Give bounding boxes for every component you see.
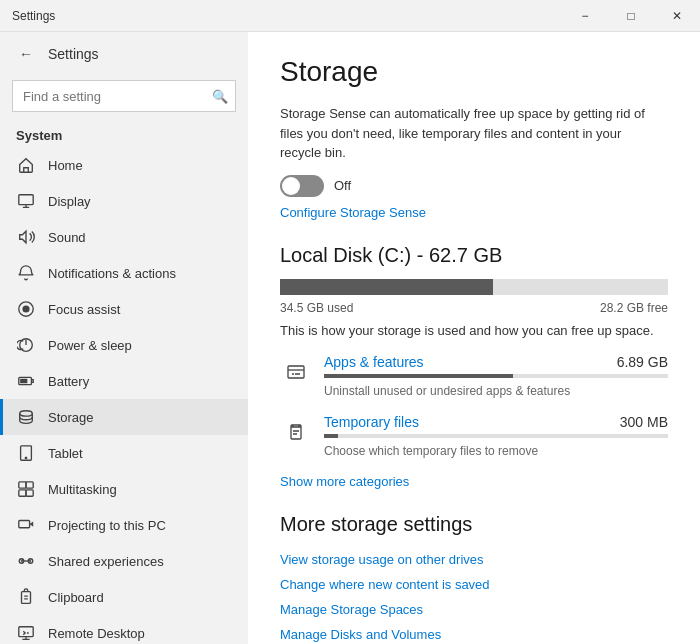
view-storage-link[interactable]: View storage usage on other drives [280,548,668,571]
sidebar-item-power-label: Power & sleep [48,338,132,353]
titlebar: Settings − □ ✕ [0,0,700,32]
focus-icon [16,299,36,319]
sidebar-item-clipboard-label: Clipboard [48,590,104,605]
sidebar-item-tablet-label: Tablet [48,446,83,461]
svg-rect-11 [19,521,30,528]
sidebar-item-sound-label: Sound [48,230,86,245]
sidebar-section-header: System [0,120,248,147]
display-icon [16,191,36,211]
minimize-button[interactable]: − [562,0,608,32]
svg-rect-15 [19,627,33,637]
disk-section-title: Local Disk (C:) - 62.7 GB [280,244,668,267]
manage-disks-link[interactable]: Manage Disks and Volumes [280,623,668,645]
search-input[interactable] [12,80,236,112]
svg-point-6 [25,457,26,458]
storage-sense-toggle-row: Off [280,175,668,197]
svg-rect-10 [26,490,33,496]
sidebar-item-shared[interactable]: Shared experiences [0,543,248,579]
home-icon [16,155,36,175]
close-button[interactable]: ✕ [654,0,700,32]
apps-bar-fill [324,374,513,378]
sidebar-item-sound[interactable]: Sound [0,219,248,255]
projecting-icon [16,515,36,535]
storage-icon [16,407,36,427]
main-content: ← Settings 🔍 System Home [0,32,700,644]
apps-category-title[interactable]: Apps & features [324,354,424,370]
sidebar-item-battery[interactable]: Battery [0,363,248,399]
titlebar-title: Settings [12,9,55,23]
sidebar-nav-top: ← Settings [0,32,248,76]
apps-category-sub: Uninstall unused or undesired apps & fea… [324,384,570,398]
multitasking-icon [16,479,36,499]
change-content-link[interactable]: Change where new content is saved [280,573,668,596]
sidebar-item-focus-label: Focus assist [48,302,120,317]
temp-category-details: Temporary files 300 MB Choose which temp… [324,414,668,458]
search-icon: 🔍 [212,89,228,104]
temp-category-icon [280,416,312,448]
category-apps: Apps & features 6.89 GB Uninstall unused… [280,354,668,398]
apps-category-details: Apps & features 6.89 GB Uninstall unused… [324,354,668,398]
sidebar-item-remote[interactable]: Remote Desktop [0,615,248,644]
temp-title-row: Temporary files 300 MB [324,414,668,430]
sidebar-item-storage-label: Storage [48,410,94,425]
maximize-button[interactable]: □ [608,0,654,32]
show-more-link[interactable]: Show more categories [280,474,668,489]
sidebar-item-multitasking[interactable]: Multitasking [0,471,248,507]
storage-sense-toggle[interactable] [280,175,324,197]
temp-category-sub: Choose which temporary files to remove [324,444,538,458]
category-temp: Temporary files 300 MB Choose which temp… [280,414,668,458]
svg-rect-14 [22,592,31,604]
manage-storage-spaces-link[interactable]: Manage Storage Spaces [280,598,668,621]
sidebar-item-clipboard[interactable]: Clipboard [0,579,248,615]
disk-bar-labels: 34.5 GB used 28.2 GB free [280,301,668,315]
sound-icon [16,227,36,247]
apps-category-size: 6.89 GB [617,354,668,370]
content-area: Storage Storage Sense can automatically … [248,32,700,644]
sidebar-item-shared-label: Shared experiences [48,554,164,569]
sidebar-app-title: Settings [48,46,99,62]
temp-bar [324,434,668,438]
toggle-off-label: Off [334,178,351,193]
sidebar-item-home[interactable]: Home [0,147,248,183]
svg-point-4 [20,411,33,416]
svg-rect-8 [26,482,33,488]
temp-bar-fill [324,434,338,438]
sidebar-item-projecting-label: Projecting to this PC [48,518,166,533]
configure-storage-sense-link[interactable]: Configure Storage Sense [280,205,668,220]
temp-category-title[interactable]: Temporary files [324,414,419,430]
shared-icon [16,551,36,571]
svg-rect-7 [19,482,26,488]
sidebar-item-projecting[interactable]: Projecting to this PC [0,507,248,543]
clipboard-icon [16,587,36,607]
sidebar: ← Settings 🔍 System Home [0,32,248,644]
sidebar-search-container: 🔍 [12,80,236,112]
sidebar-item-display-label: Display [48,194,91,209]
sidebar-item-home-label: Home [48,158,83,173]
sidebar-item-notifications-label: Notifications & actions [48,266,176,281]
sidebar-item-notifications[interactable]: Notifications & actions [0,255,248,291]
sidebar-item-remote-label: Remote Desktop [48,626,145,641]
notifications-icon [16,263,36,283]
sidebar-item-battery-label: Battery [48,374,89,389]
disk-bar-used [280,279,493,295]
sidebar-item-tablet[interactable]: Tablet [0,435,248,471]
battery-icon [16,371,36,391]
svg-rect-9 [19,490,26,496]
apps-bar [324,374,668,378]
sidebar-item-power[interactable]: Power & sleep [0,327,248,363]
disk-bar-container [280,279,668,295]
storage-sense-description: Storage Sense can automatically free up … [280,104,660,163]
remote-icon [16,623,36,643]
apps-title-row: Apps & features 6.89 GB [324,354,668,370]
more-settings-list: View storage usage on other drives Chang… [280,548,668,645]
sidebar-item-display[interactable]: Display [0,183,248,219]
back-button[interactable]: ← [12,40,40,68]
sidebar-item-storage[interactable]: Storage [0,399,248,435]
tablet-icon [16,443,36,463]
svg-rect-16 [288,366,304,378]
svg-rect-0 [19,195,33,205]
sidebar-item-multitasking-label: Multitasking [48,482,117,497]
svg-rect-3 [20,379,27,384]
titlebar-controls: − □ ✕ [562,0,700,32]
sidebar-item-focus[interactable]: Focus assist [0,291,248,327]
